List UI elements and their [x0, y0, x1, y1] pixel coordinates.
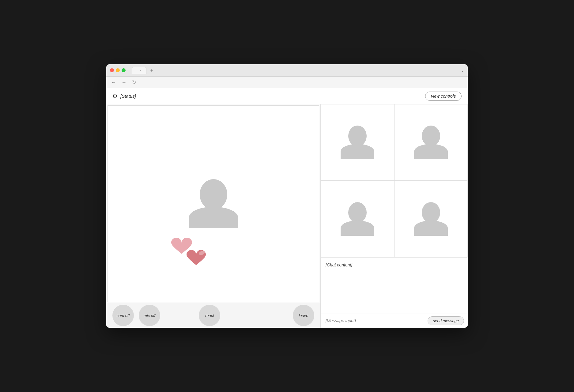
- avatar-body: [414, 221, 448, 236]
- main-video-area: [108, 105, 319, 302]
- hearts-overlay: [171, 236, 220, 277]
- main-layout: cam off mic off react leave: [106, 104, 468, 328]
- send-message-button[interactable]: send message: [428, 316, 464, 325]
- video-cell-2: [394, 104, 468, 181]
- browser-window: × + ⌄ ← → ↻ ⚙ [Status] view controls: [106, 64, 468, 328]
- tab-close-icon[interactable]: ×: [139, 69, 141, 72]
- avatar-head: [348, 202, 367, 223]
- chat-content-area: [Chat content]: [321, 258, 468, 314]
- video-cell-3: [321, 181, 394, 257]
- avatar-body: [341, 221, 374, 236]
- gear-icon[interactable]: ⚙: [112, 93, 117, 100]
- header-right: view controls: [425, 92, 462, 101]
- app-content: ⚙ [Status] view controls: [106, 88, 468, 328]
- participant-avatar-2: [414, 126, 448, 159]
- main-avatar: [189, 179, 238, 228]
- avatar-head: [422, 126, 440, 146]
- close-button[interactable]: [110, 68, 114, 72]
- browser-navbar: ← → ↻: [106, 77, 468, 88]
- leave-button[interactable]: leave: [293, 305, 314, 326]
- view-controls-button[interactable]: view controls: [425, 92, 462, 101]
- left-panel: cam off mic off react leave: [106, 104, 321, 328]
- forward-button[interactable]: →: [120, 79, 128, 86]
- avatar-body: [414, 144, 448, 159]
- traffic-lights: [110, 68, 126, 72]
- right-panel: [Chat content] send message: [321, 104, 468, 328]
- minimize-button[interactable]: [116, 68, 120, 72]
- heart-2: [187, 250, 206, 265]
- status-label: [Status]: [120, 93, 136, 99]
- cam-off-button[interactable]: cam off: [112, 305, 134, 326]
- heart-1: [171, 238, 192, 254]
- controls-bar: cam off mic off react leave: [106, 303, 320, 328]
- maximize-button[interactable]: [122, 68, 126, 72]
- avatar-body: [189, 207, 238, 228]
- avatar-head: [422, 202, 440, 223]
- back-button[interactable]: ←: [110, 79, 117, 86]
- mic-off-button[interactable]: mic off: [139, 305, 160, 326]
- video-cell-1: [321, 104, 394, 181]
- active-tab[interactable]: ×: [132, 67, 146, 74]
- avatar-body: [341, 144, 374, 159]
- tab-dropdown-icon[interactable]: ⌄: [461, 68, 464, 73]
- hearts-svg: [171, 236, 220, 276]
- participant-avatar-3: [341, 202, 374, 236]
- header-left: ⚙ [Status]: [112, 93, 136, 100]
- heart-shine: [198, 250, 205, 256]
- app-header: ⚙ [Status] view controls: [106, 88, 468, 104]
- video-grid: [321, 104, 468, 257]
- participant-avatar-4: [414, 202, 448, 236]
- tab-bar: × +: [132, 66, 156, 74]
- participant-avatar-1: [341, 126, 374, 159]
- react-button[interactable]: react: [199, 305, 220, 326]
- chat-input-row: send message: [321, 314, 468, 328]
- avatar-head: [200, 179, 227, 210]
- refresh-button[interactable]: ↻: [131, 79, 137, 86]
- message-input[interactable]: [324, 316, 425, 325]
- chat-panel: [Chat content] send message: [321, 257, 468, 328]
- avatar-head: [348, 126, 367, 146]
- video-cell-4: [394, 181, 468, 257]
- new-tab-button[interactable]: +: [148, 66, 155, 74]
- chat-content-text: [Chat content]: [326, 262, 352, 267]
- browser-titlebar: × + ⌄: [106, 64, 468, 77]
